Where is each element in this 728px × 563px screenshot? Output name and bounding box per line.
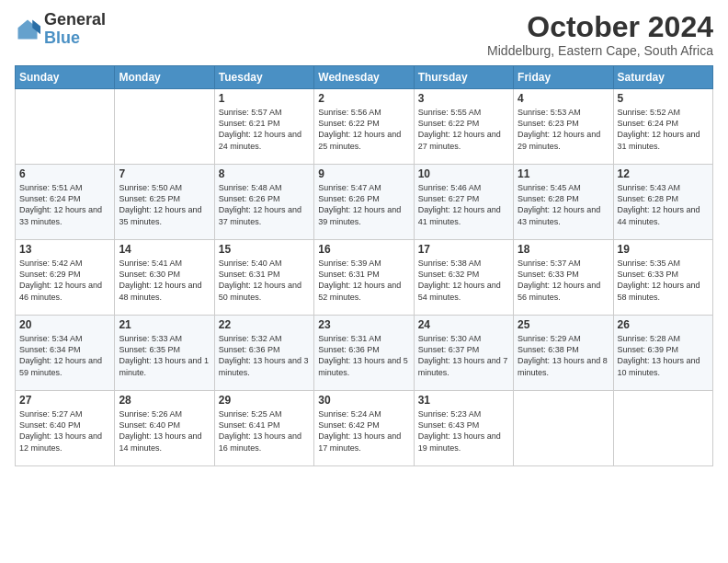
day-info: Sunrise: 5:48 AM Sunset: 6:26 PM Dayligh… <box>219 182 310 227</box>
col-tuesday: Tuesday <box>214 66 313 89</box>
table-cell: 14Sunrise: 5:41 AM Sunset: 6:30 PM Dayli… <box>115 240 214 316</box>
table-cell: 13Sunrise: 5:42 AM Sunset: 6:29 PM Dayli… <box>16 240 115 316</box>
day-info: Sunrise: 5:26 AM Sunset: 6:40 PM Dayligh… <box>119 408 210 454</box>
table-cell <box>514 391 613 466</box>
day-info: Sunrise: 5:38 AM Sunset: 6:32 PM Dayligh… <box>418 258 509 303</box>
logo: General Blue <box>15 11 106 48</box>
table-cell: 22Sunrise: 5:32 AM Sunset: 6:36 PM Dayli… <box>214 316 313 391</box>
day-info: Sunrise: 5:37 AM Sunset: 6:33 PM Dayligh… <box>518 258 609 303</box>
day-number: 17 <box>418 243 509 256</box>
day-info: Sunrise: 5:30 AM Sunset: 6:37 PM Dayligh… <box>418 333 509 378</box>
day-number: 30 <box>318 394 409 407</box>
day-info: Sunrise: 5:39 AM Sunset: 6:31 PM Dayligh… <box>318 258 409 303</box>
day-number: 9 <box>318 167 409 180</box>
day-number: 4 <box>518 92 609 105</box>
table-cell: 20Sunrise: 5:34 AM Sunset: 6:34 PM Dayli… <box>16 316 115 391</box>
day-number: 31 <box>418 394 509 407</box>
table-cell <box>613 391 712 466</box>
day-info: Sunrise: 5:52 AM Sunset: 6:24 PM Dayligh… <box>618 107 709 152</box>
table-cell: 9Sunrise: 5:47 AM Sunset: 6:26 PM Daylig… <box>314 165 414 240</box>
day-info: Sunrise: 5:40 AM Sunset: 6:31 PM Dayligh… <box>219 258 310 303</box>
day-number: 20 <box>19 318 110 331</box>
page: General Blue October 2024 Middelburg, Ea… <box>0 0 728 563</box>
table-cell: 12Sunrise: 5:43 AM Sunset: 6:28 PM Dayli… <box>613 165 712 240</box>
day-number: 26 <box>618 318 709 331</box>
day-number: 13 <box>19 243 110 256</box>
table-cell: 26Sunrise: 5:28 AM Sunset: 6:39 PM Dayli… <box>613 316 712 391</box>
col-saturday: Saturday <box>613 66 712 89</box>
table-cell: 1Sunrise: 5:57 AM Sunset: 6:21 PM Daylig… <box>214 89 313 165</box>
table-cell: 8Sunrise: 5:48 AM Sunset: 6:26 PM Daylig… <box>214 165 313 240</box>
month-title: October 2024 <box>487 11 713 43</box>
logo-blue-text: Blue <box>44 29 80 47</box>
table-cell: 16Sunrise: 5:39 AM Sunset: 6:31 PM Dayli… <box>314 240 414 316</box>
day-number: 22 <box>219 318 310 331</box>
day-info: Sunrise: 5:27 AM Sunset: 6:40 PM Dayligh… <box>19 408 110 454</box>
day-number: 19 <box>618 243 709 256</box>
table-cell: 28Sunrise: 5:26 AM Sunset: 6:40 PM Dayli… <box>115 391 214 466</box>
table-cell: 24Sunrise: 5:30 AM Sunset: 6:37 PM Dayli… <box>414 316 513 391</box>
day-number: 15 <box>219 243 310 256</box>
table-cell: 7Sunrise: 5:50 AM Sunset: 6:25 PM Daylig… <box>115 165 214 240</box>
day-info: Sunrise: 5:32 AM Sunset: 6:36 PM Dayligh… <box>219 333 310 378</box>
day-number: 12 <box>618 167 709 180</box>
day-info: Sunrise: 5:46 AM Sunset: 6:27 PM Dayligh… <box>418 182 509 227</box>
logo-icon <box>15 17 40 42</box>
table-cell: 27Sunrise: 5:27 AM Sunset: 6:40 PM Dayli… <box>16 391 115 466</box>
table-cell: 6Sunrise: 5:51 AM Sunset: 6:24 PM Daylig… <box>16 165 115 240</box>
table-cell: 30Sunrise: 5:24 AM Sunset: 6:42 PM Dayli… <box>314 391 414 466</box>
day-number: 7 <box>119 167 210 180</box>
day-number: 16 <box>318 243 409 256</box>
table-cell: 11Sunrise: 5:45 AM Sunset: 6:28 PM Dayli… <box>514 165 613 240</box>
day-info: Sunrise: 5:41 AM Sunset: 6:30 PM Dayligh… <box>119 258 210 303</box>
table-cell: 3Sunrise: 5:55 AM Sunset: 6:22 PM Daylig… <box>414 89 513 165</box>
day-number: 24 <box>418 318 509 331</box>
day-number: 1 <box>219 92 310 105</box>
day-info: Sunrise: 5:45 AM Sunset: 6:28 PM Dayligh… <box>518 182 609 227</box>
calendar-week-row: 20Sunrise: 5:34 AM Sunset: 6:34 PM Dayli… <box>16 316 713 391</box>
day-info: Sunrise: 5:28 AM Sunset: 6:39 PM Dayligh… <box>618 333 709 378</box>
table-cell: 29Sunrise: 5:25 AM Sunset: 6:41 PM Dayli… <box>214 391 313 466</box>
day-number: 28 <box>119 394 210 407</box>
day-number: 14 <box>119 243 210 256</box>
day-info: Sunrise: 5:47 AM Sunset: 6:26 PM Dayligh… <box>318 182 409 227</box>
day-number: 10 <box>418 167 509 180</box>
day-info: Sunrise: 5:23 AM Sunset: 6:43 PM Dayligh… <box>418 408 509 454</box>
day-number: 21 <box>119 318 210 331</box>
logo-general-text: General <box>44 10 106 29</box>
col-friday: Friday <box>514 66 613 89</box>
day-number: 8 <box>219 167 310 180</box>
day-info: Sunrise: 5:53 AM Sunset: 6:23 PM Dayligh… <box>518 107 609 152</box>
calendar-week-row: 27Sunrise: 5:27 AM Sunset: 6:40 PM Dayli… <box>16 391 713 466</box>
table-cell: 10Sunrise: 5:46 AM Sunset: 6:27 PM Dayli… <box>414 165 513 240</box>
table-cell: 23Sunrise: 5:31 AM Sunset: 6:36 PM Dayli… <box>314 316 414 391</box>
table-cell: 18Sunrise: 5:37 AM Sunset: 6:33 PM Dayli… <box>514 240 613 316</box>
day-info: Sunrise: 5:24 AM Sunset: 6:42 PM Dayligh… <box>318 408 409 454</box>
day-info: Sunrise: 5:35 AM Sunset: 6:33 PM Dayligh… <box>618 258 709 303</box>
table-cell: 31Sunrise: 5:23 AM Sunset: 6:43 PM Dayli… <box>414 391 513 466</box>
day-info: Sunrise: 5:34 AM Sunset: 6:34 PM Dayligh… <box>19 333 110 378</box>
col-monday: Monday <box>115 66 214 89</box>
day-info: Sunrise: 5:43 AM Sunset: 6:28 PM Dayligh… <box>618 182 709 227</box>
day-number: 29 <box>219 394 310 407</box>
calendar-header-row: Sunday Monday Tuesday Wednesday Thursday… <box>16 66 713 89</box>
location: Middelburg, Eastern Cape, South Africa <box>487 43 713 58</box>
table-cell: 5Sunrise: 5:52 AM Sunset: 6:24 PM Daylig… <box>613 89 712 165</box>
table-cell <box>16 89 115 165</box>
day-info: Sunrise: 5:55 AM Sunset: 6:22 PM Dayligh… <box>418 107 509 152</box>
day-number: 25 <box>518 318 609 331</box>
col-sunday: Sunday <box>16 66 115 89</box>
day-info: Sunrise: 5:50 AM Sunset: 6:25 PM Dayligh… <box>119 182 210 227</box>
day-info: Sunrise: 5:51 AM Sunset: 6:24 PM Dayligh… <box>19 182 110 227</box>
calendar-week-row: 13Sunrise: 5:42 AM Sunset: 6:29 PM Dayli… <box>16 240 713 316</box>
table-cell: 21Sunrise: 5:33 AM Sunset: 6:35 PM Dayli… <box>115 316 214 391</box>
table-cell: 15Sunrise: 5:40 AM Sunset: 6:31 PM Dayli… <box>214 240 313 316</box>
title-block: October 2024 Middelburg, Eastern Cape, S… <box>487 11 713 58</box>
table-cell: 17Sunrise: 5:38 AM Sunset: 6:32 PM Dayli… <box>414 240 513 316</box>
logo-text: General Blue <box>44 11 106 48</box>
table-cell: 4Sunrise: 5:53 AM Sunset: 6:23 PM Daylig… <box>514 89 613 165</box>
table-cell: 19Sunrise: 5:35 AM Sunset: 6:33 PM Dayli… <box>613 240 712 316</box>
day-number: 11 <box>518 167 609 180</box>
day-info: Sunrise: 5:33 AM Sunset: 6:35 PM Dayligh… <box>119 333 210 378</box>
col-thursday: Thursday <box>414 66 513 89</box>
